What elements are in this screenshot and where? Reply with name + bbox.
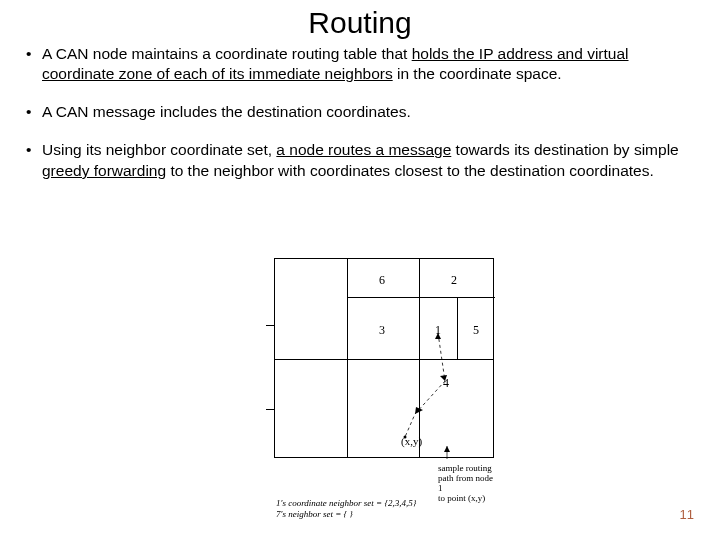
underline-run: greedy forwarding xyxy=(42,162,166,179)
bullet-list: • A CAN node maintains a coordinate rout… xyxy=(0,44,720,181)
text-run: to the neighbor with coordinates closest… xyxy=(166,162,654,179)
text-run: A CAN node maintains a coordinate routin… xyxy=(42,45,412,62)
text-run: Using its neighbor coordinate set, xyxy=(42,141,276,158)
caption-line: to point (x,y) xyxy=(438,494,494,504)
svg-marker-2 xyxy=(415,407,423,414)
page-number: 11 xyxy=(680,507,694,522)
caption-line: path from node 1 xyxy=(438,474,494,494)
axis-tick xyxy=(266,409,274,410)
neigh-line: 1's coordinate neighbor set = {2,3,4,5} xyxy=(276,498,416,509)
neigh-line: 7's neighbor set = { } xyxy=(276,509,416,520)
routing-path xyxy=(275,259,495,459)
svg-marker-1 xyxy=(440,375,447,381)
slide-title: Routing xyxy=(0,0,720,44)
bullet-dot: • xyxy=(24,140,42,180)
svg-marker-4 xyxy=(444,446,450,452)
axis-tick xyxy=(266,325,274,326)
text-run: in the coordinate space. xyxy=(393,65,562,82)
text-run: towards its destination by simple xyxy=(451,141,678,158)
bullet-text: Using its neighbor coordinate set, a nod… xyxy=(42,140,696,180)
underline-run: a node routes a message xyxy=(276,141,451,158)
bullet-item: • A CAN message includes the destination… xyxy=(24,102,696,122)
routing-figure: 6 2 3 1 5 4 (x,y) sample routing path fr… xyxy=(274,258,494,458)
svg-marker-0 xyxy=(435,333,441,339)
path-caption: sample routing path from node 1 to point… xyxy=(438,464,494,504)
bullet-dot: • xyxy=(24,44,42,84)
bullet-text: A CAN message includes the destination c… xyxy=(42,102,696,122)
bullet-text: A CAN node maintains a coordinate routin… xyxy=(42,44,696,84)
svg-point-3 xyxy=(404,436,407,439)
grid-box: 6 2 3 1 5 4 (x,y) xyxy=(274,258,494,458)
bullet-item: • Using its neighbor coordinate set, a n… xyxy=(24,140,696,180)
bullet-item: • A CAN node maintains a coordinate rout… xyxy=(24,44,696,84)
bullet-dot: • xyxy=(24,102,42,122)
neighbor-set-text: 1's coordinate neighbor set = {2,3,4,5} … xyxy=(276,498,416,520)
